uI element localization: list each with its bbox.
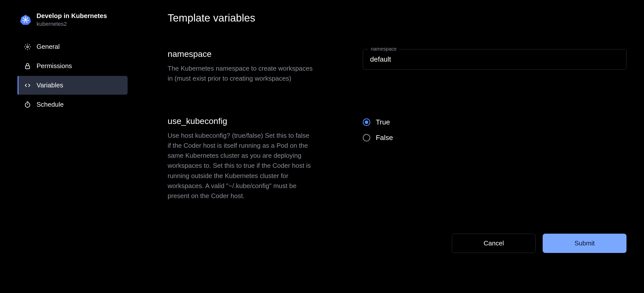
page-title: Template variables <box>168 12 626 24</box>
sidebar-item-label: Variables <box>37 81 63 89</box>
variable-row-use-kubeconfig: use_kubeconfig Use host kubeconfig? (tru… <box>168 116 626 201</box>
main-content: Template variables namespace The Kuberne… <box>168 12 626 253</box>
sidebar-item-permissions[interactable]: Permissions <box>18 57 128 75</box>
radio-option-true[interactable]: True <box>363 118 626 126</box>
svg-point-12 <box>26 22 27 23</box>
radio-indicator-icon <box>363 134 370 141</box>
code-icon <box>24 82 31 89</box>
svg-point-14 <box>22 20 23 21</box>
svg-point-13 <box>24 22 25 23</box>
sidebar-item-variables[interactable]: Variables <box>18 76 128 95</box>
svg-point-16 <box>27 46 29 48</box>
svg-rect-17 <box>26 66 30 69</box>
radio-option-false[interactable]: False <box>363 134 626 142</box>
radio-label: False <box>376 134 393 142</box>
variable-description: The Kubernetes namespace to create works… <box>168 63 313 84</box>
variable-name: use_kubeconfig <box>168 116 313 126</box>
sidebar-header: Develop in Kubernetes kubernetes2 <box>18 12 128 27</box>
namespace-input[interactable] <box>363 49 626 70</box>
stopwatch-icon <box>24 101 31 108</box>
svg-point-15 <box>23 18 24 19</box>
variable-name: namespace <box>168 49 313 59</box>
sidebar-item-schedule[interactable]: Schedule <box>18 95 128 114</box>
sidebar-subtitle: kubernetes2 <box>37 21 107 27</box>
sidebar: Develop in Kubernetes kubernetes2 Genera… <box>18 12 128 253</box>
sidebar-item-label: General <box>37 43 60 51</box>
variable-row-namespace: namespace The Kubernetes namespace to cr… <box>168 49 626 84</box>
sidebar-item-general[interactable]: General <box>18 37 128 56</box>
svg-point-11 <box>28 20 29 21</box>
input-label: namespace <box>368 46 399 52</box>
radio-group-use-kubeconfig: True False <box>363 116 626 142</box>
svg-point-10 <box>27 18 28 19</box>
lock-icon <box>24 63 31 70</box>
variable-description: Use host kubeconfig? (true/false) Set th… <box>168 130 313 201</box>
radio-indicator-icon <box>363 118 370 126</box>
action-buttons: Cancel Submit <box>168 234 626 253</box>
sidebar-nav: General Permissions Vari <box>18 37 128 114</box>
svg-point-9 <box>25 16 26 17</box>
gear-icon <box>24 43 31 50</box>
cancel-button[interactable]: Cancel <box>452 234 536 253</box>
sidebar-item-label: Permissions <box>37 62 72 70</box>
radio-label: True <box>376 118 390 126</box>
sidebar-title: Develop in Kubernetes <box>37 12 107 20</box>
svg-point-18 <box>25 102 30 107</box>
submit-button[interactable]: Submit <box>543 234 626 253</box>
sidebar-item-label: Schedule <box>37 101 64 108</box>
kubernetes-icon <box>20 14 32 26</box>
